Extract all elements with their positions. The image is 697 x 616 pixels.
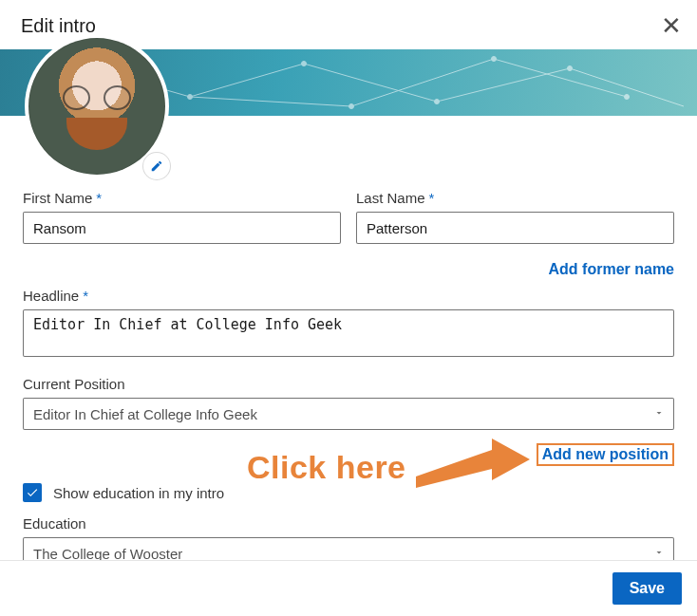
avatar-container [25, 34, 169, 178]
svg-line-2 [304, 64, 437, 102]
checkmark-icon [26, 486, 39, 499]
add-former-name-row: Add former name [23, 261, 674, 278]
modal-footer: Save [0, 560, 697, 616]
last-name-label: Last Name* [356, 190, 674, 206]
svg-point-11 [435, 100, 440, 104]
save-button[interactable]: Save [612, 572, 682, 605]
profile-photo[interactable] [28, 38, 165, 175]
svg-point-10 [349, 104, 354, 109]
current-position-field: Current Position Editor In Chief at Coll… [23, 376, 674, 430]
form-body: First Name* Last Name* Add former name H… [0, 116, 697, 600]
required-asterisk: * [429, 190, 435, 206]
last-name-field: Last Name* [356, 190, 674, 244]
svg-point-8 [188, 95, 193, 100]
headline-input[interactable] [23, 309, 674, 357]
svg-line-1 [190, 64, 304, 97]
svg-line-5 [190, 97, 351, 106]
add-former-name-link[interactable]: Add former name [549, 261, 674, 277]
show-education-row: Show education in my intro [23, 483, 674, 502]
cover-banner [0, 49, 697, 116]
education-label: Education [23, 515, 674, 532]
svg-point-12 [492, 57, 497, 62]
current-position-select[interactable]: Editor In Chief at College Info Geek [23, 398, 674, 430]
svg-point-13 [568, 66, 573, 71]
first-name-field: First Name* [23, 190, 341, 244]
svg-line-6 [351, 59, 494, 106]
svg-point-9 [302, 62, 307, 66]
show-education-checkbox[interactable] [23, 483, 42, 502]
add-new-position-row: Add new position [23, 443, 674, 466]
close-button[interactable]: ✕ [661, 13, 682, 38]
svg-line-4 [570, 68, 684, 106]
show-education-label: Show education in my intro [53, 485, 224, 501]
required-asterisk: * [83, 288, 88, 304]
modal-title: Edit intro [21, 15, 96, 37]
svg-line-3 [437, 68, 570, 102]
first-name-input[interactable] [23, 212, 341, 244]
pencil-icon [150, 159, 163, 173]
svg-point-14 [625, 95, 630, 100]
required-asterisk: * [96, 190, 102, 206]
add-new-position-link[interactable]: Add new position [537, 443, 674, 466]
current-position-label: Current Position [23, 376, 674, 392]
last-name-input[interactable] [356, 212, 674, 244]
close-icon: ✕ [661, 11, 682, 40]
first-name-label: First Name* [23, 190, 341, 206]
edit-photo-button[interactable] [142, 152, 171, 180]
svg-line-7 [494, 59, 627, 97]
edit-intro-modal: Edit intro ✕ [0, 0, 697, 616]
headline-field: Headline* [23, 288, 674, 361]
headline-label: Headline* [23, 288, 674, 304]
